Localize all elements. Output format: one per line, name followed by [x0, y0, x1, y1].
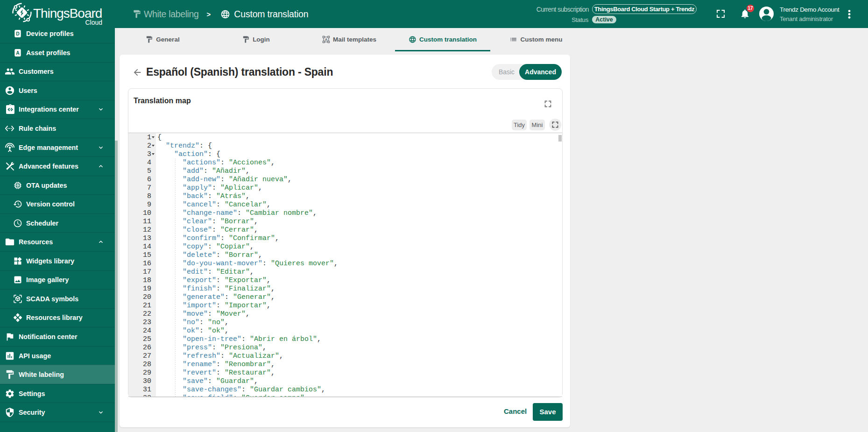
svg-text:A: A: [16, 50, 20, 56]
svg-text:D: D: [16, 31, 20, 36]
svg-text:A: A: [325, 37, 327, 42]
